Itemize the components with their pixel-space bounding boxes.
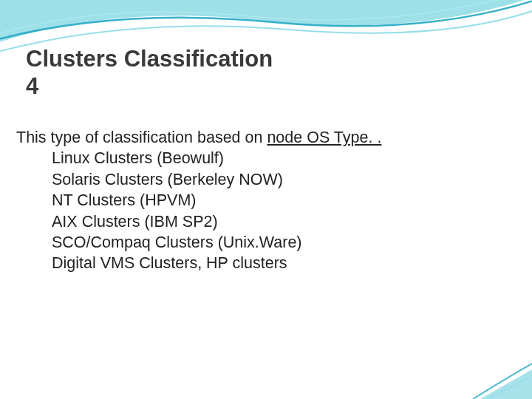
intro-prefix: This type of classification based on: [16, 129, 267, 146]
list-item: AIX Clusters (IBM SP2): [52, 211, 381, 232]
list-item: SCO/Compaq Clusters (Unix.Ware): [52, 232, 381, 253]
title-line-2: 4: [26, 73, 38, 99]
decorative-corner-bottom-right: [466, 355, 532, 399]
list-item: Solaris Clusters (Berkeley NOW): [52, 169, 381, 190]
intro-line: This type of classification based on nod…: [16, 127, 381, 148]
list-item: Linux Clusters (Beowulf): [52, 148, 381, 168]
cluster-list: Linux Clusters (Beowulf) Solaris Cluster…: [16, 148, 381, 273]
slide-content: This type of classification based on nod…: [16, 127, 381, 274]
title-line-1: Clusters Classification: [26, 46, 273, 72]
slide-title: Clusters Classification 4: [26, 46, 273, 100]
list-item: Digital VMS Clusters, HP clusters: [52, 253, 381, 273]
list-item: NT Clusters (HPVM): [52, 190, 381, 211]
intro-underlined: node OS Type. .: [267, 129, 381, 146]
